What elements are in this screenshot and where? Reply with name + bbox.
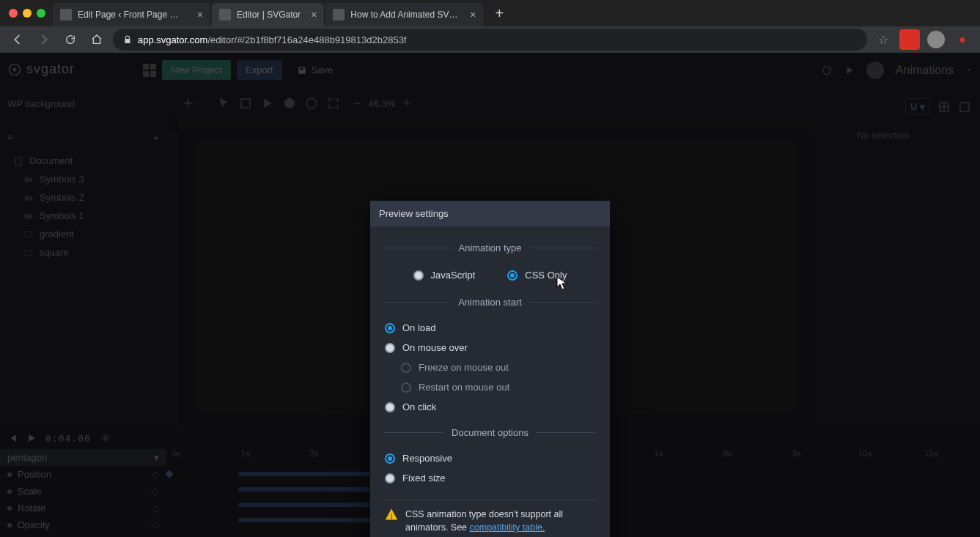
radio-icon xyxy=(413,270,424,281)
add-layer-button[interactable]: + xyxy=(177,92,199,114)
warning-text: CSS animation type doesn't support all a… xyxy=(405,508,595,534)
export-button[interactable]: Export xyxy=(237,60,282,80)
chevron-down-icon xyxy=(965,67,973,74)
timeline-track[interactable]: Opacity◇ xyxy=(0,516,166,533)
tree-label: Symbols 1 xyxy=(40,210,84,221)
back-button[interactable] xyxy=(7,29,28,50)
tab-svgator[interactable]: Editor | SVGator × xyxy=(212,3,324,26)
zoom-value[interactable]: 46.3% xyxy=(369,98,396,109)
svg-rect-7 xyxy=(25,250,32,255)
grid-icon[interactable] xyxy=(937,100,951,114)
close-tab-icon[interactable]: × xyxy=(470,9,476,21)
radio-on-click[interactable]: On click xyxy=(383,397,597,417)
tree-root[interactable]: Document xyxy=(7,152,160,170)
tab-label: Edit Page ‹ Front Page — WordP xyxy=(78,10,187,20)
address-bar[interactable]: app.svgator.com/editor/#/2b1f8bf716a24e4… xyxy=(113,29,867,51)
timeline-track[interactable]: Position◇ xyxy=(0,466,166,483)
close-tab-icon[interactable]: × xyxy=(197,9,203,21)
pointer-icon[interactable] xyxy=(217,97,230,110)
layers-panel: ≡▸ Document Symbols 3 Symbols 2 Symbols … xyxy=(0,122,167,427)
folder-icon xyxy=(23,193,34,203)
zoom-out-button[interactable]: − xyxy=(353,96,361,111)
track-label: Rotate xyxy=(18,503,45,514)
svg-rect-5 xyxy=(15,157,21,165)
play-timeline-icon[interactable] xyxy=(26,433,37,443)
cube-icon[interactable] xyxy=(283,97,296,110)
radio-restart-mouse-out[interactable]: Restart on mouse out xyxy=(383,377,597,397)
animations-dropdown[interactable]: Animations xyxy=(896,64,954,77)
svg-rect-2 xyxy=(241,99,250,108)
radio-label: On mouse over xyxy=(402,342,468,353)
radio-css-only[interactable]: CSS Only xyxy=(506,265,568,285)
globe-icon[interactable] xyxy=(305,97,318,110)
new-project-button[interactable]: New Project xyxy=(162,60,231,80)
radio-label: Fixed size xyxy=(402,473,446,484)
close-tab-icon[interactable]: × xyxy=(311,9,317,21)
units-dropdown[interactable]: U ▾ xyxy=(905,98,930,115)
snap-icon[interactable] xyxy=(958,100,971,114)
new-tab-button[interactable]: + xyxy=(489,3,509,23)
compatibility-link[interactable]: compatibility table. xyxy=(470,522,545,533)
panel-collapse-icon[interactable]: ▸ xyxy=(155,132,160,143)
tree-item[interactable]: gradient xyxy=(7,225,160,243)
play-tool-icon[interactable] xyxy=(261,97,274,110)
maximize-window-icon[interactable] xyxy=(37,9,45,18)
tree-item[interactable]: Symbols 3 xyxy=(7,170,160,188)
transform-icon[interactable] xyxy=(239,97,252,110)
refresh-icon[interactable] xyxy=(821,64,833,76)
selection-label: No selection xyxy=(857,130,971,141)
bookmark-star-icon[interactable]: ☆ xyxy=(873,29,894,50)
section-animation-start: Animation start xyxy=(458,297,522,308)
svg-rect-6 xyxy=(25,232,32,237)
radio-label: Freeze on mouse out xyxy=(419,362,509,373)
timeline-track[interactable]: Scale◇ xyxy=(0,483,166,500)
play-icon[interactable] xyxy=(844,65,855,75)
tree-item[interactable]: Symbols 2 xyxy=(7,188,160,207)
tree-label: Symbols 3 xyxy=(40,174,84,185)
tab-howto[interactable]: How to Add Animated SVG to W × xyxy=(325,3,483,26)
home-button[interactable] xyxy=(86,29,107,50)
expand-icon[interactable] xyxy=(327,97,340,110)
tab-wordpress[interactable]: Edit Page ‹ Front Page — WordP × xyxy=(53,3,210,26)
radio-responsive[interactable]: Responsive xyxy=(383,448,597,468)
extension-badge-icon[interactable]: ● xyxy=(952,29,973,50)
radio-icon xyxy=(507,270,517,281)
forward-button[interactable] xyxy=(34,29,54,50)
radio-javascript[interactable]: JavaScript xyxy=(412,265,477,285)
rect-icon xyxy=(23,229,34,240)
folder-icon xyxy=(23,174,34,185)
radio-fixed-size[interactable]: Fixed size xyxy=(383,468,597,488)
save-button[interactable]: Save xyxy=(288,60,342,80)
tree-item[interactable]: square xyxy=(7,243,160,262)
tree-label: gradient xyxy=(40,229,74,240)
tree-item[interactable]: Symbols 1 xyxy=(7,207,160,225)
user-avatar[interactable] xyxy=(866,62,884,79)
profile-avatar[interactable] xyxy=(926,29,946,50)
close-window-icon[interactable] xyxy=(9,9,18,18)
panel-toggle-icon[interactable]: ≡ xyxy=(7,132,13,143)
radio-on-mouse-over[interactable]: On mouse over xyxy=(383,338,597,358)
radio-freeze-mouse-out[interactable]: Freeze on mouse out xyxy=(383,358,597,377)
track-label: Opacity xyxy=(18,519,50,530)
minimize-window-icon[interactable] xyxy=(23,9,32,18)
skip-start-icon[interactable] xyxy=(7,433,18,443)
rect-icon xyxy=(23,248,34,258)
tree-label: square xyxy=(40,247,69,258)
timeline-track[interactable]: Rotate◇ xyxy=(0,500,166,516)
tree-label: Document xyxy=(29,155,73,166)
preview-settings-dialog: Preview settings Animation type JavaScri… xyxy=(370,201,610,537)
gear-icon[interactable] xyxy=(100,432,111,444)
lock-icon xyxy=(123,35,132,44)
radio-on-load[interactable]: On load xyxy=(383,318,597,338)
favicon-icon xyxy=(60,9,72,21)
favicon-icon xyxy=(333,9,345,21)
ruler-vertical xyxy=(167,130,177,427)
radio-icon xyxy=(385,453,395,464)
timeline-group[interactable]: pentagon▾ xyxy=(0,449,166,466)
window-controls xyxy=(6,9,51,18)
radio-label: CSS Only xyxy=(525,270,567,281)
reload-button[interactable] xyxy=(60,29,81,50)
extension-icon[interactable] xyxy=(899,29,920,50)
zoom-in-button[interactable]: + xyxy=(403,96,411,111)
apps-grid-icon[interactable] xyxy=(143,64,156,77)
